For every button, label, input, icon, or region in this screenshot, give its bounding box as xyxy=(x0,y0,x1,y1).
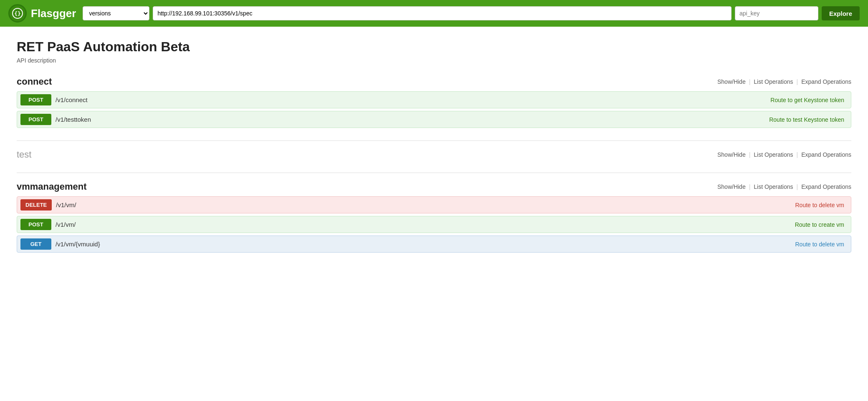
section-title-test: test xyxy=(17,149,31,160)
api-title: RET PaaS Automation Beta xyxy=(17,39,851,55)
url-input[interactable] xyxy=(153,6,732,20)
main-content: RET PaaS Automation Beta API description… xyxy=(0,27,868,278)
separator-icon: | xyxy=(797,78,798,85)
operation-path-vmmanagement-1: /v1/vm/ xyxy=(56,217,788,232)
operation-path-connect-0: /v1/connect xyxy=(56,92,764,108)
list-operations-test[interactable]: List Operations xyxy=(754,151,793,158)
section-header-test: testShow/Hide|List Operations|Expand Ope… xyxy=(17,149,851,160)
app-header: {} Flasgger versions Explore xyxy=(0,0,868,27)
separator-icon: | xyxy=(797,183,798,190)
separator-icon: | xyxy=(749,78,751,85)
svg-text:{}: {} xyxy=(14,10,21,17)
section-controls-test: Show/Hide|List Operations|Expand Operati… xyxy=(717,151,851,158)
operation-summary-vmmanagement-0[interactable]: Route to delete vm xyxy=(788,198,851,213)
show-hide-test[interactable]: Show/Hide xyxy=(717,151,746,158)
operation-summary-vmmanagement-2[interactable]: Route to delete vm xyxy=(788,237,851,252)
operation-row-vmmanagement-1[interactable]: POST/v1/vm/Route to create vm xyxy=(17,216,851,233)
header-controls: versions Explore xyxy=(83,6,860,20)
operation-summary-connect-1[interactable]: Route to test Keystone token xyxy=(762,112,851,127)
operation-summary-vmmanagement-1[interactable]: Route to create vm xyxy=(788,217,851,232)
section-divider xyxy=(17,173,851,173)
section-controls-connect: Show/Hide|List Operations|Expand Operati… xyxy=(717,78,851,85)
versions-select[interactable]: versions xyxy=(83,6,149,20)
expand-operations-connect[interactable]: Expand Operations xyxy=(801,78,851,85)
method-badge-post: POST xyxy=(20,114,51,125)
operation-row-connect-0[interactable]: POST/v1/connectRoute to get Keystone tok… xyxy=(17,91,851,108)
section-controls-vmmanagement: Show/Hide|List Operations|Expand Operati… xyxy=(717,183,851,190)
method-badge-post: POST xyxy=(20,94,51,105)
api-description: API description xyxy=(17,57,851,64)
method-badge-post: POST xyxy=(20,219,51,230)
apikey-input[interactable] xyxy=(735,6,818,20)
operation-summary-connect-0[interactable]: Route to get Keystone token xyxy=(764,93,851,108)
operation-row-vmmanagement-2[interactable]: GET/v1/vm/{vmuuid}Route to delete vm xyxy=(17,236,851,253)
explore-button[interactable]: Explore xyxy=(822,6,860,20)
section-test: testShow/Hide|List Operations|Expand Ope… xyxy=(17,149,851,160)
logo-icon: {} xyxy=(8,4,27,23)
section-header-vmmanagement: vmmanagementShow/Hide|List Operations|Ex… xyxy=(17,181,851,192)
section-title-connect: connect xyxy=(17,76,52,87)
operation-path-vmmanagement-2: /v1/vm/{vmuuid} xyxy=(56,236,788,252)
sections-container: connectShow/Hide|List Operations|Expand … xyxy=(17,76,851,253)
separator-icon: | xyxy=(749,183,751,190)
operation-row-vmmanagement-0[interactable]: DELETE/v1/vm/Route to delete vm xyxy=(17,196,851,213)
operation-path-vmmanagement-0: /v1/vm/ xyxy=(56,197,788,213)
method-badge-get: GET xyxy=(20,238,51,250)
show-hide-connect[interactable]: Show/Hide xyxy=(717,78,746,85)
section-title-vmmanagement: vmmanagement xyxy=(17,181,87,192)
show-hide-vmmanagement[interactable]: Show/Hide xyxy=(717,183,746,190)
separator-icon: | xyxy=(797,151,798,158)
operation-path-connect-1: /v1/testtoken xyxy=(56,112,762,127)
method-badge-delete: DELETE xyxy=(20,199,52,211)
section-divider xyxy=(17,140,851,141)
section-vmmanagement: vmmanagementShow/Hide|List Operations|Ex… xyxy=(17,181,851,253)
operation-row-connect-1[interactable]: POST/v1/testtokenRoute to test Keystone … xyxy=(17,111,851,128)
separator-icon: | xyxy=(749,151,751,158)
section-header-connect: connectShow/Hide|List Operations|Expand … xyxy=(17,76,851,87)
list-operations-vmmanagement[interactable]: List Operations xyxy=(754,183,793,190)
logo-area: {} Flasgger xyxy=(8,4,76,23)
section-connect: connectShow/Hide|List Operations|Expand … xyxy=(17,76,851,128)
app-title: Flasgger xyxy=(31,7,76,20)
list-operations-connect[interactable]: List Operations xyxy=(754,78,793,85)
expand-operations-test[interactable]: Expand Operations xyxy=(801,151,851,158)
expand-operations-vmmanagement[interactable]: Expand Operations xyxy=(801,183,851,190)
